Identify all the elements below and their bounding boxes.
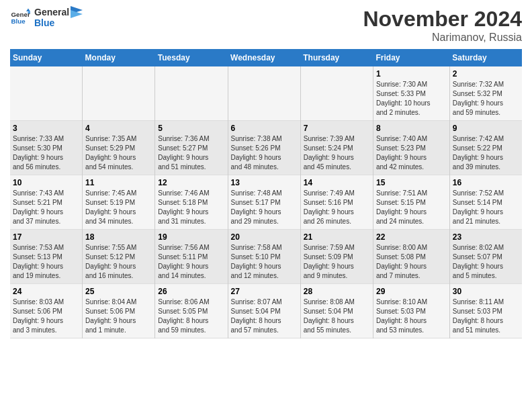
calendar-day-cell: 28Sunrise: 8:08 AM Sunset: 5:04 PM Dayli… (300, 284, 373, 338)
calendar-day-cell: 15Sunrise: 7:51 AM Sunset: 5:15 PM Dayli… (373, 175, 449, 230)
calendar-day-cell: 30Sunrise: 8:11 AM Sunset: 5:03 PM Dayli… (449, 284, 522, 338)
header-thursday: Thursday (300, 49, 373, 66)
calendar-week-row: 24Sunrise: 8:03 AM Sunset: 5:06 PM Dayli… (10, 284, 522, 338)
day-number: 19 (158, 232, 224, 242)
header-sunday: Sunday (10, 49, 83, 66)
calendar-week-row: 17Sunrise: 7:53 AM Sunset: 5:13 PM Dayli… (10, 230, 522, 284)
day-number: 13 (231, 178, 298, 187)
day-info: Sunrise: 7:30 AM Sunset: 5:33 PM Dayligh… (376, 80, 447, 118)
calendar-day-cell: 24Sunrise: 8:03 AM Sunset: 5:06 PM Dayli… (10, 284, 83, 338)
calendar-day-cell: 13Sunrise: 7:48 AM Sunset: 5:17 PM Dayli… (228, 175, 300, 230)
day-info: Sunrise: 7:58 AM Sunset: 5:10 PM Dayligh… (231, 243, 298, 281)
day-number: 27 (231, 287, 298, 296)
day-info: Sunrise: 8:00 AM Sunset: 5:08 PM Dayligh… (376, 243, 447, 281)
calendar-day-cell: 7Sunrise: 7:39 AM Sunset: 5:24 PM Daylig… (300, 121, 373, 175)
day-info: Sunrise: 7:51 AM Sunset: 5:15 PM Dayligh… (376, 189, 447, 226)
day-info: Sunrise: 8:04 AM Sunset: 5:06 PM Dayligh… (85, 298, 152, 335)
calendar-day-cell: 26Sunrise: 8:06 AM Sunset: 5:05 PM Dayli… (155, 284, 228, 338)
page-container: General Blue General Blue November 2024 … (0, 0, 532, 342)
calendar-day-cell: 6Sunrise: 7:38 AM Sunset: 5:26 PM Daylig… (228, 121, 300, 175)
calendar-day-cell: 17Sunrise: 7:53 AM Sunset: 5:13 PM Dayli… (10, 230, 83, 284)
day-number: 4 (85, 124, 152, 133)
day-number: 1 (376, 69, 447, 79)
day-number: 23 (453, 232, 519, 242)
day-number: 18 (85, 232, 152, 242)
page-header: General Blue General Blue November 2024 … (10, 7, 522, 44)
day-info: Sunrise: 7:39 AM Sunset: 5:24 PM Dayligh… (304, 134, 370, 172)
calendar-day-cell: 10Sunrise: 7:43 AM Sunset: 5:21 PM Dayli… (10, 175, 83, 230)
calendar-day-cell (10, 66, 83, 121)
day-number: 15 (376, 178, 447, 187)
day-info: Sunrise: 7:38 AM Sunset: 5:26 PM Dayligh… (231, 134, 298, 172)
day-info: Sunrise: 7:53 AM Sunset: 5:13 PM Dayligh… (13, 243, 79, 281)
day-number: 30 (453, 287, 519, 296)
day-info: Sunrise: 8:08 AM Sunset: 5:04 PM Dayligh… (304, 298, 370, 335)
calendar-day-cell (155, 66, 228, 121)
day-number: 8 (376, 124, 447, 133)
day-number: 9 (453, 124, 519, 133)
day-number: 29 (376, 287, 447, 296)
calendar-day-cell: 14Sunrise: 7:49 AM Sunset: 5:16 PM Dayli… (300, 175, 373, 230)
calendar-day-cell (300, 66, 373, 121)
day-info: Sunrise: 8:07 AM Sunset: 5:04 PM Dayligh… (231, 298, 298, 335)
day-number: 12 (158, 178, 224, 187)
day-info: Sunrise: 7:48 AM Sunset: 5:17 PM Dayligh… (231, 189, 298, 226)
day-info: Sunrise: 7:55 AM Sunset: 5:12 PM Dayligh… (85, 243, 152, 281)
day-number: 3 (13, 124, 79, 133)
logo-icon: General Blue (10, 7, 30, 28)
calendar-day-cell (228, 66, 300, 121)
calendar-day-cell: 2Sunrise: 7:32 AM Sunset: 5:32 PM Daylig… (449, 66, 522, 121)
header-monday: Monday (83, 49, 155, 66)
calendar-day-cell: 16Sunrise: 7:52 AM Sunset: 5:14 PM Dayli… (449, 175, 522, 230)
day-number: 22 (376, 232, 447, 242)
calendar-day-cell: 5Sunrise: 7:36 AM Sunset: 5:27 PM Daylig… (155, 121, 228, 175)
logo-general-text: General (34, 7, 69, 17)
svg-text:Blue: Blue (11, 17, 26, 25)
calendar-week-row: 10Sunrise: 7:43 AM Sunset: 5:21 PM Dayli… (10, 175, 522, 230)
calendar-day-cell: 1Sunrise: 7:30 AM Sunset: 5:33 PM Daylig… (373, 66, 449, 121)
svg-text:General: General (11, 11, 31, 18)
calendar-day-cell: 21Sunrise: 7:59 AM Sunset: 5:09 PM Dayli… (300, 230, 373, 284)
calendar-day-cell: 12Sunrise: 7:46 AM Sunset: 5:18 PM Dayli… (155, 175, 228, 230)
day-number: 11 (85, 178, 152, 187)
day-info: Sunrise: 7:45 AM Sunset: 5:19 PM Dayligh… (85, 189, 152, 226)
day-info: Sunrise: 7:36 AM Sunset: 5:27 PM Dayligh… (158, 134, 224, 172)
day-info: Sunrise: 7:35 AM Sunset: 5:29 PM Dayligh… (85, 134, 152, 172)
svg-marker-2 (26, 9, 30, 12)
day-number: 20 (231, 232, 298, 242)
calendar-week-row: 3Sunrise: 7:33 AM Sunset: 5:30 PM Daylig… (10, 121, 522, 175)
calendar-day-cell: 27Sunrise: 8:07 AM Sunset: 5:04 PM Dayli… (228, 284, 300, 338)
day-info: Sunrise: 7:33 AM Sunset: 5:30 PM Dayligh… (13, 134, 79, 172)
day-number: 10 (13, 178, 79, 187)
calendar-day-cell: 29Sunrise: 8:10 AM Sunset: 5:03 PM Dayli… (373, 284, 449, 338)
day-number: 7 (304, 124, 370, 133)
header-tuesday: Tuesday (155, 49, 228, 66)
calendar-day-cell: 19Sunrise: 7:56 AM Sunset: 5:11 PM Dayli… (155, 230, 228, 284)
header-saturday: Saturday (449, 49, 522, 66)
calendar-day-cell: 23Sunrise: 8:02 AM Sunset: 5:07 PM Dayli… (449, 230, 522, 284)
logo-flag-icon (71, 6, 84, 22)
calendar-day-cell: 25Sunrise: 8:04 AM Sunset: 5:06 PM Dayli… (83, 284, 155, 338)
logo-blue-text: Blue (34, 17, 69, 28)
day-number: 16 (453, 178, 519, 187)
calendar-day-cell: 8Sunrise: 7:40 AM Sunset: 5:23 PM Daylig… (373, 121, 449, 175)
calendar-header-row: SundayMondayTuesdayWednesdayThursdayFrid… (10, 49, 522, 66)
header-friday: Friday (373, 49, 449, 66)
day-number: 26 (158, 287, 224, 296)
day-info: Sunrise: 7:59 AM Sunset: 5:09 PM Dayligh… (304, 243, 370, 281)
location-subtitle: Narimanov, Russia (363, 32, 522, 44)
day-info: Sunrise: 7:43 AM Sunset: 5:21 PM Dayligh… (13, 189, 79, 226)
calendar-day-cell (83, 66, 155, 121)
day-number: 28 (304, 287, 370, 296)
day-number: 24 (13, 287, 79, 296)
calendar-day-cell: 11Sunrise: 7:45 AM Sunset: 5:19 PM Dayli… (83, 175, 155, 230)
calendar-day-cell: 20Sunrise: 7:58 AM Sunset: 5:10 PM Dayli… (228, 230, 300, 284)
title-block: November 2024 Narimanov, Russia (363, 7, 522, 44)
day-number: 17 (13, 232, 79, 242)
day-info: Sunrise: 7:56 AM Sunset: 5:11 PM Dayligh… (158, 243, 224, 281)
day-number: 25 (85, 287, 152, 296)
calendar-table: SundayMondayTuesdayWednesdayThursdayFrid… (10, 49, 522, 338)
day-number: 6 (231, 124, 298, 133)
day-info: Sunrise: 8:11 AM Sunset: 5:03 PM Dayligh… (453, 298, 519, 335)
calendar-day-cell: 22Sunrise: 8:00 AM Sunset: 5:08 PM Dayli… (373, 230, 449, 284)
